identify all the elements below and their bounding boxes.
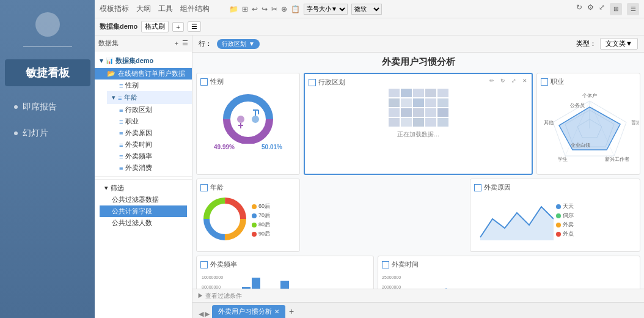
age-legend-60: 60后 [252,202,270,210]
filter-right: 类型： 文文类▼ [576,38,638,50]
grid-view-btn[interactable]: ⊞ [610,3,622,15]
admin-expand-btn[interactable]: ⤢ [510,76,518,85]
tree-menu-btn[interactable]: ☰ [182,39,188,47]
filter-type-dropdown[interactable]: 文文类▼ [600,38,638,50]
tree-filter-count[interactable]: 公共过滤人数 [100,217,187,229]
svg-text:新兴工作者: 新兴工作者 [605,157,629,162]
toolbar-icon-grid[interactable]: ⊞ [242,5,248,13]
settings-icon[interactable]: ⚙ [587,3,594,15]
dataset-label: 数据集demo [100,22,137,31]
filter-type-label: 类型： [576,39,596,48]
tab-prev-btn[interactable]: ◀ [199,310,203,318]
reason-chart-card: 外卖原因 天天 [470,179,641,252]
admin-edit-btn[interactable]: ✏ [488,76,496,85]
reason-chart-title: 外卖原因 [474,183,637,192]
nav-template[interactable]: 模板指标 [100,4,129,14]
toolbar-icon-redo[interactable]: ↪ [262,5,268,13]
occupation-card: 职业 [536,73,640,175]
svg-text:普通职业者: 普通职业者 [631,120,639,125]
expand-icon[interactable]: ⤢ [599,3,605,15]
nav-outline[interactable]: 大纲 [136,4,151,14]
age-donut-chart [200,194,249,243]
tree-field-reason[interactable]: ≡ 外卖原因 [107,127,192,139]
sidebar-item-reports[interactable]: 即席报告 [5,95,90,119]
toolbar-icon-undo[interactable]: ↩ [252,5,258,13]
toolbar-icon-paste[interactable]: 📋 [291,5,300,13]
dot-icon [14,131,18,135]
tree-field-gender[interactable]: ≡ 性别 [107,80,192,91]
toolbar-icon-cut[interactable]: ✂ [271,5,277,13]
tree-field-spending[interactable]: ≡ 外卖消费 [107,162,192,174]
fontsize-select[interactable]: 字号大小▼ [304,4,348,15]
list-view-btn[interactable]: ☰ [627,3,639,15]
top-tools: ↻ ⚙ ⤢ ⊞ ☰ [576,3,639,15]
tree-content: ▾ 📊 数据集demo 📂 在线销售订单用户数据 ≡ 性别 ▾≡ 年龄 ≡ 行政… [95,51,192,318]
sidebar-active-item[interactable]: 敏捷看板 [5,59,90,86]
svg-point-6 [252,116,259,123]
admin-close-btn[interactable]: ✕ [521,76,529,85]
font-select[interactable]: 微软 [351,4,382,15]
charts-row-2: 年龄 60后 [196,179,640,252]
tree-public-filter[interactable]: 公共过滤器数据 [100,194,187,205]
tree-toolbar: 数据集 + ☰ [95,35,192,51]
nav-components[interactable]: 组件结构 [180,4,210,14]
tab-next-btn[interactable]: ▶ [205,310,210,318]
format-brush-btn[interactable]: 格式刷 [141,21,169,32]
tree-footer: ▾ 筛选 公共过滤器数据 公共计算字段 公共过滤人数 [95,179,192,231]
gender-chart-card: 性别 [196,73,300,175]
grid-placeholder [389,89,448,127]
reason-legend: 天天 偶尔 外卖 [556,202,574,238]
tree-calc-field[interactable]: 公共计算字段 [100,205,187,217]
svg-text:25000000: 25000000 [382,275,401,279]
tree-field-frequency[interactable]: ≡ 外卖频率 [107,150,192,162]
filter-tag-region[interactable]: 行政区划 ▼ [217,39,260,49]
refresh-icon[interactable]: ↻ [576,3,582,15]
bottom-filter[interactable]: ▶ 查看过滤条件 [192,289,644,302]
svg-point-3 [237,116,244,123]
admin-zone-card: 行政区划 ✏ ↻ ⤢ ✕ [304,73,533,175]
main-content: 模板指标 大纲 工具 组件结构 📁 ⊞ ↩ ↪ ✂ ⊕ 📋 字号大小▼ 微软 ↻… [95,0,644,318]
reason-legend-1: 天天 [556,202,574,210]
toolbar-icon-copy[interactable]: ⊕ [281,5,287,13]
tab-nav-arrows: ◀ ▶ [196,310,212,318]
charts-row-bottom: 外卖频率 100000000 80000000 60000000 4000000… [196,256,640,289]
tree-header[interactable]: ▾ 📊 数据集demo [95,54,192,68]
male-pct: 50.01% [262,144,282,150]
loading-text: 正在加载数据... [389,130,448,139]
admin-refresh-btn[interactable]: ↻ [499,76,507,85]
nav-tools[interactable]: 工具 [158,4,173,14]
dashboard-title: 外卖用户习惯分析 [196,56,640,68]
svg-rect-39 [280,281,289,289]
tab-add-btn[interactable]: + [285,305,298,318]
svg-text:公务员: 公务员 [570,103,585,108]
toolbar-icon-folder[interactable]: 📁 [229,5,238,13]
tab-close-btn[interactable]: ✕ [274,308,279,315]
tree-field-occupation[interactable]: ≡ 职业 [107,116,192,127]
tab-active[interactable]: 外卖用户习惯分析 ✕ [212,305,285,318]
svg-rect-37 [252,278,260,289]
tree-add-btn[interactable]: + [175,40,178,47]
reason-legend-3: 外卖 [556,221,574,229]
tree-item-dataset[interactable]: 📂 在线销售订单用户数据 [95,68,192,80]
occupation-radar-chart: 个体户 普通职业者 新兴工作者 学生 其他 企业白领 公务员 [541,89,639,168]
tab-bar: ◀ ▶ 外卖用户习惯分析 ✕ + [192,302,644,318]
filter-tag-dropdown[interactable]: ▼ [249,40,255,47]
tree-fields: ≡ 性别 ▾≡ 年龄 ≡ 行政区划 ≡ 职业 ≡ 外卖原因 ≡ 外卖时间 ≡ 外… [95,80,192,174]
content-area: 数据集 + ☰ ▾ 📊 数据集demo 📂 在线销售订单用户数据 ≡ 性别 [95,35,644,318]
tree-field-time[interactable]: ≡ 外卖时间 [107,139,192,150]
svg-rect-36 [242,287,251,289]
tree-filter-section[interactable]: ▾ 筛选 [100,182,187,194]
svg-text:个体户: 个体户 [582,93,597,98]
gender-chart-title: 性别 [200,77,296,86]
age-chart-title: 年龄 [200,183,296,192]
age-chart-card: 年龄 60后 [196,179,300,252]
tree-group-age[interactable]: ▾≡ 年龄 [107,91,192,104]
sidebar-item-slides[interactable]: 幻灯片 [5,122,90,145]
dot-icon [14,105,18,109]
gender-donut-chart [218,89,279,144]
tree-expand-icon: ▾ [100,57,103,65]
add-btn[interactable]: + [172,22,183,32]
svg-text:80000000: 80000000 [202,285,221,289]
tree-field-region[interactable]: ≡ 行政区划 [107,104,192,116]
menu-btn[interactable]: ☰ [188,21,201,32]
